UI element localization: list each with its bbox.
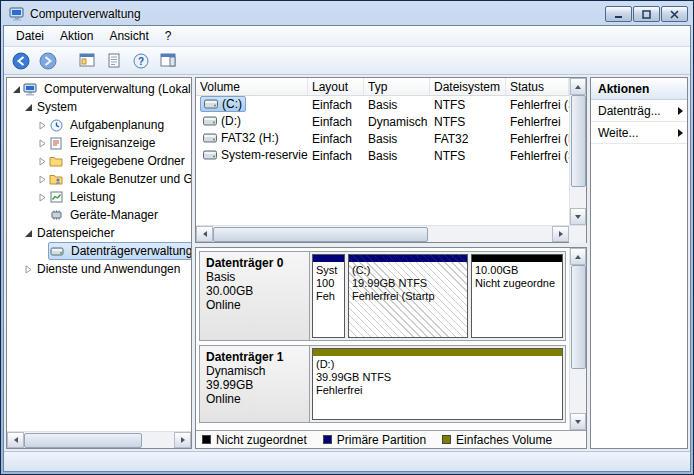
tree-item-local-users-groups[interactable]: Lokale Benutzer und Grup (7, 170, 191, 188)
menu-aktion[interactable]: Aktion (52, 26, 101, 46)
action-group-disk-management[interactable]: Datenträg... (591, 100, 687, 122)
scroll-up-icon (575, 85, 581, 89)
volume-cell: System-reserviert (200, 148, 308, 162)
tree-item-storage[interactable]: Datenspeicher (7, 224, 191, 242)
expander-collapsed-icon[interactable] (36, 139, 48, 148)
volume-row-c[interactable]: (C:) Einfach Basis NTFS Fehlerfrei (St (196, 96, 569, 113)
scroll-down-button[interactable] (570, 413, 586, 430)
tree-item-disk-management[interactable]: Datenträgerverwaltung (7, 242, 191, 260)
scrollbar-thumb[interactable] (24, 433, 142, 448)
disk0-info[interactable]: Datenträger 0 Basis 30.00GB Online (200, 252, 310, 340)
titlebar[interactable]: Computerverwaltung (3, 3, 691, 25)
expander-expanded-icon[interactable] (22, 103, 34, 112)
menu-ansicht[interactable]: Ansicht (101, 26, 156, 46)
scrollbar-thumb[interactable] (571, 95, 586, 187)
tree-item-device-manager[interactable]: Geräte-Manager (7, 206, 191, 224)
tree-item-computer-management[interactable]: Computerverwaltung (Lokal) (7, 80, 191, 98)
maximize-button[interactable] (633, 6, 660, 22)
column-header-typ[interactable]: Typ (364, 78, 430, 95)
menu-help[interactable]: ? (157, 26, 180, 46)
legend-color-swatch (442, 435, 451, 444)
volume-list-pane: Volume Layout Typ Dateisystem Status (C:… (195, 77, 587, 243)
expander-collapsed-icon[interactable] (36, 193, 48, 202)
volume-filesystem: FAT32 (430, 132, 506, 146)
partition-color-bar (313, 255, 344, 262)
expander-collapsed-icon[interactable] (36, 121, 48, 130)
column-header-layout[interactable]: Layout (308, 78, 364, 95)
partition-d[interactable]: (D:) 39.99GB NTFS Fehlerfrei (312, 348, 563, 420)
menu-datei[interactable]: Datei (8, 26, 52, 46)
scrollbar-thumb[interactable] (571, 265, 586, 369)
center-pane: Volume Layout Typ Dateisystem Status (C:… (195, 77, 587, 449)
actions-header: Aktionen (591, 78, 687, 100)
column-header-volume[interactable]: Volume (196, 78, 308, 95)
disk-kind: Dynamisch (206, 364, 303, 378)
expander-collapsed-icon[interactable] (36, 175, 48, 184)
scroll-down-button[interactable] (570, 208, 586, 225)
partition-c-selected[interactable]: (C:) 19.99GB NTFS Fehlerfrei (Startp (348, 254, 468, 338)
volume-row-system-reserved[interactable]: System-reserviert Einfach Basis NTFS Feh… (196, 147, 569, 164)
volume-typ: Basis (364, 132, 430, 146)
volume-filesystem: NTFS (430, 149, 506, 163)
disk-size: 39.99GB (206, 378, 303, 392)
tree-item-label: Aufgabenplanung (67, 117, 167, 133)
partition-label: Syst (316, 264, 341, 277)
volume-typ: Basis (364, 149, 430, 163)
disk-vertical-scrollbar[interactable] (569, 248, 586, 430)
volume-vertical-scrollbar[interactable] (569, 78, 586, 225)
tree-horizontal-scrollbar[interactable] (7, 431, 191, 448)
volume-cell: FAT32 (H:) (200, 131, 282, 145)
tree-item-services-applications[interactable]: Dienste und Anwendungen (7, 260, 191, 278)
tree-item-task-scheduler[interactable]: Aufgabenplanung (7, 116, 191, 134)
legend-primary-partition: Primäre Partition (323, 433, 426, 447)
action-pane-icon (160, 53, 176, 68)
partition-label: (C:) (352, 264, 464, 277)
expander-collapsed-icon[interactable] (22, 265, 34, 274)
partition-color-bar (472, 255, 562, 262)
partition-unallocated[interactable]: 10.00GB Nicht zugeordne (471, 254, 563, 338)
export-list-button[interactable] (102, 49, 125, 72)
shared-folder-icon (48, 154, 64, 168)
scroll-right-button[interactable] (552, 226, 569, 242)
scroll-right-button[interactable] (174, 432, 191, 448)
tree-item-system[interactable]: System (7, 98, 191, 116)
column-header-status[interactable]: Status (506, 78, 569, 95)
scroll-up-button[interactable] (570, 78, 586, 95)
tree-item-shared-folders[interactable]: Freigegebene Ordner (7, 152, 191, 170)
column-header-dateisystem[interactable]: Dateisystem (430, 78, 506, 95)
expander-expanded-icon[interactable] (10, 85, 22, 94)
scroll-left-button[interactable] (196, 226, 213, 242)
close-button[interactable] (661, 6, 688, 22)
users-folder-icon (48, 172, 64, 186)
actions-pane: Aktionen Datenträg... Weite... (590, 77, 688, 449)
scrollbar-corner (569, 226, 586, 243)
scroll-left-button[interactable] (7, 432, 24, 448)
help-button[interactable]: ? (129, 49, 152, 72)
volume-row-d[interactable]: (D:) Einfach Dynamisch NTFS Fehlerfrei (196, 113, 569, 130)
minimize-button[interactable] (605, 6, 632, 22)
partition-system-reserved[interactable]: Syst 100 Feh (312, 254, 345, 338)
action-group-more-actions[interactable]: Weite... (591, 122, 687, 144)
volume-status: Fehlerfrei (506, 115, 569, 129)
expander-collapsed-icon[interactable] (36, 157, 48, 166)
tree-item-performance[interactable]: Leistung (7, 188, 191, 206)
disk1-info[interactable]: Datenträger 1 Dynamisch 39.99GB Online (200, 346, 310, 422)
expand-right-icon[interactable] (678, 129, 683, 137)
scroll-up-icon (575, 255, 581, 259)
volume-horizontal-scrollbar[interactable] (196, 225, 586, 242)
svg-text:?: ? (137, 55, 143, 66)
back-button[interactable] (9, 49, 32, 72)
selected-volume-cell: (C:) (200, 96, 246, 112)
forward-button[interactable] (36, 49, 59, 72)
console-tree-button[interactable] (75, 49, 98, 72)
tree-item-event-viewer[interactable]: Ereignisanzeige (7, 134, 191, 152)
drive-icon (204, 98, 218, 110)
partition-size: 39.99GB NTFS (316, 371, 559, 384)
expand-right-icon[interactable] (678, 107, 683, 115)
scroll-up-button[interactable] (570, 248, 586, 265)
volume-status: Fehlerfrei (Sy (506, 149, 569, 163)
action-pane-toggle-button[interactable] (156, 49, 179, 72)
scrollbar-thumb[interactable] (213, 227, 428, 242)
volume-row-fat32-h[interactable]: FAT32 (H:) Einfach Basis FAT32 Fehlerfre… (196, 130, 569, 147)
expander-expanded-icon[interactable] (22, 229, 34, 238)
